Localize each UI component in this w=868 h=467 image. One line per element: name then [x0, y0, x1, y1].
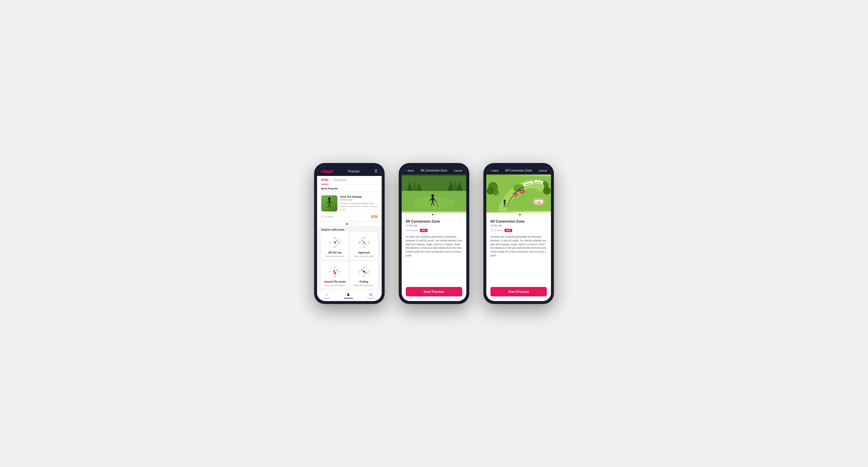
- svg-text:Hit: Hit: [514, 194, 516, 195]
- svg-point-81: [504, 200, 506, 202]
- drill-title-header-3: 6ft Conversion Zone: [505, 169, 532, 172]
- svg-line-5: [330, 201, 332, 203]
- ott-desc: Power and accuracy: [326, 255, 344, 257]
- shots-info: 🕐 20 shots: [406, 229, 418, 232]
- cancel-button-3[interactable]: Cancel: [538, 169, 547, 172]
- start-practice-button-3[interactable]: Start Practice: [490, 287, 547, 296]
- nav-capture[interactable]: ⊕ Capture: [367, 292, 375, 299]
- tab-favourites[interactable]: Favourites: [333, 176, 347, 185]
- phone-3: < Back 6ft Conversion Zone Cancel: [484, 163, 554, 304]
- svg-text:SAND: SAND: [537, 201, 541, 203]
- svg-point-41: [361, 270, 363, 271]
- putting-name: Putting: [360, 280, 368, 283]
- putting-icon: [357, 264, 371, 279]
- svg-point-27: [334, 275, 336, 277]
- dot-1: [432, 214, 433, 215]
- drill-range: 10-50 yds: [406, 224, 440, 227]
- map-svg: Miss Hit FAIRWAY: [486, 174, 551, 213]
- phone-2-screen: < Back 6ft Conversion Zone Cancel: [402, 166, 466, 301]
- home-label: Home: [324, 297, 330, 299]
- featured-drill-card[interactable]: Find The Fairway Off The Tee ☆ Create an…: [317, 192, 382, 221]
- scene-svg: [402, 174, 466, 213]
- svg-point-38: [359, 271, 360, 272]
- svg-point-0: [328, 197, 331, 200]
- svg-rect-82: [504, 202, 506, 204]
- card-text: Find The Fairway Off The Tee ☆ Create an…: [340, 195, 378, 211]
- phone3-header: < Back 6ft Conversion Zone Cancel: [486, 166, 551, 174]
- dot-2: [435, 214, 436, 215]
- nav-home[interactable]: ⌂ Home: [324, 292, 330, 299]
- drill-title-group: 6ft Conversion Zone 10-50 yds: [406, 220, 440, 227]
- drill-info-header-3: 6ft Conversion Zone 10-50 yds ☆: [490, 220, 547, 227]
- bottom-nav: ⌂ Home ♟ Activities ⊕ Capture: [317, 290, 382, 301]
- activities-icon: ♟: [346, 292, 350, 297]
- svg-point-29: [339, 271, 340, 272]
- skill-card-putting[interactable]: Putting Make and lag practice: [350, 261, 378, 289]
- card-meta: 🕐 10 shots OTT: [321, 213, 378, 218]
- skill-card-approach[interactable]: Approach Dial-in to hit the green: [350, 232, 378, 260]
- golfer-icon: [325, 197, 334, 210]
- dot-2: [349, 223, 350, 225]
- svg-rect-55: [432, 197, 434, 201]
- svg-line-2: [328, 203, 330, 208]
- drill-thumbnail: [321, 195, 337, 211]
- ott-badge: OTT: [371, 215, 378, 218]
- favourite-star-detail[interactable]: ☆: [458, 220, 462, 224]
- svg-point-42: [365, 273, 367, 274]
- phone1-content: Most Popular: [317, 185, 382, 290]
- back-button-3[interactable]: < Back: [490, 169, 499, 172]
- phone-1: clippd Practice ☰ Drills Favourites Most…: [314, 163, 384, 304]
- menu-icon[interactable]: ☰: [374, 169, 378, 173]
- svg-line-24: [364, 243, 367, 245]
- svg-line-14: [335, 240, 338, 243]
- skill-card-ott[interactable]: Off The Tee Power and accuracy: [321, 232, 348, 260]
- skill-card-atg[interactable]: Around The Green Hone your short game: [321, 261, 348, 289]
- app-logo: clippd: [321, 169, 333, 174]
- nav-title: Practice: [348, 169, 360, 173]
- approach-name: Approach: [358, 251, 370, 254]
- phone2-header: < Back 6ft Conversion Zone Cancel: [402, 166, 466, 174]
- approach-icon: [357, 235, 371, 250]
- svg-line-4: [327, 201, 329, 203]
- nav-activities[interactable]: ♟ Activities: [344, 292, 353, 299]
- svg-point-28: [330, 271, 331, 272]
- approach-desc: Dial-in to hit the green: [354, 255, 374, 257]
- cancel-button[interactable]: Cancel: [454, 169, 462, 172]
- drill-name-3: 6ft Conversion Zone: [490, 220, 525, 224]
- course-map: Miss Hit FAIRWAY: [486, 174, 551, 213]
- svg-point-19: [368, 242, 369, 243]
- skill-grid: Off The Tee Power and accuracy: [317, 232, 382, 290]
- atg-desc: Hone your short game: [325, 284, 345, 287]
- phone-3-screen: < Back 6ft Conversion Zone Cancel: [486, 166, 551, 301]
- svg-point-26: [334, 267, 336, 268]
- drill-description-3: 20 shots are randomly generated at dista…: [490, 235, 547, 258]
- image-dots: [402, 213, 466, 216]
- svg-line-3: [330, 203, 331, 208]
- capture-label: Capture: [367, 297, 375, 299]
- activities-label: Activities: [344, 297, 353, 299]
- drill-name: 6ft Conversion Zone: [406, 220, 440, 224]
- atg-name: Around The Green: [324, 280, 346, 283]
- drill-info-header: 6ft Conversion Zone 10-50 yds ☆: [406, 220, 462, 227]
- svg-point-54: [431, 194, 434, 197]
- arg-badge: ARG: [420, 229, 428, 232]
- start-practice-button[interactable]: Start Practice: [406, 287, 462, 296]
- back-button[interactable]: < Back: [406, 169, 414, 172]
- shots-count: 🕐 10 shots: [321, 215, 333, 218]
- svg-rect-1: [329, 200, 330, 203]
- clock-icon-2: 🕐: [406, 229, 409, 232]
- svg-point-39: [368, 271, 369, 272]
- image-dots-3: [486, 213, 551, 216]
- clock-icon-3: 🕐: [490, 229, 493, 232]
- card-subtitle: Off The Tee: [340, 199, 362, 201]
- svg-point-9: [330, 242, 331, 243]
- tab-drills[interactable]: Drills: [321, 176, 329, 185]
- drill-map: Miss Hit FAIRWAY: [486, 174, 551, 213]
- capture-icon: ⊕: [369, 292, 373, 297]
- home-icon: ⌂: [326, 292, 328, 297]
- favourite-star[interactable]: ☆: [375, 195, 378, 199]
- svg-point-53: [412, 196, 456, 210]
- drill-meta-3: 🕐 20 shots ARG: [490, 229, 547, 232]
- putting-desc: Make and lag practice: [354, 284, 374, 287]
- favourite-star-detail-3[interactable]: ☆: [543, 220, 547, 224]
